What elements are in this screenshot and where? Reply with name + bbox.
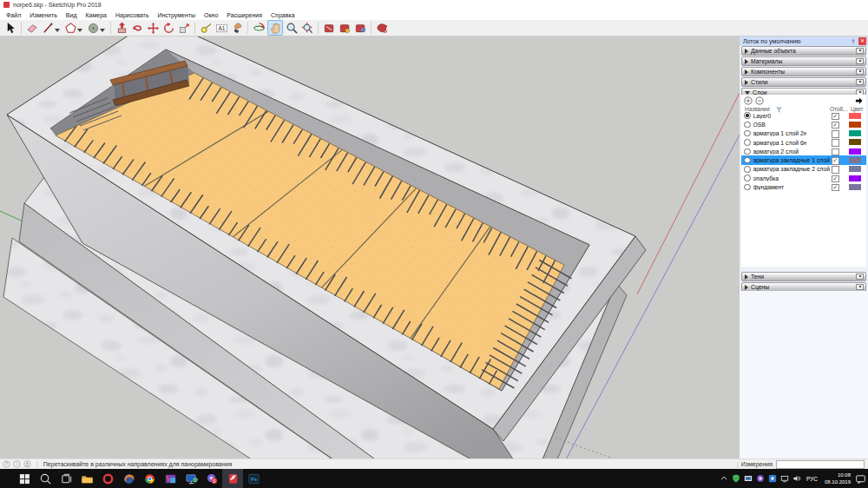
layer-color-swatch[interactable] <box>849 122 861 128</box>
tool-orbit[interactable] <box>252 21 266 35</box>
layer-row-2[interactable]: арматура 1 слой 2н <box>741 129 866 138</box>
dropdown-caret-icon[interactable] <box>77 29 82 32</box>
layer-color-swatch[interactable] <box>849 130 861 136</box>
layer-radio[interactable] <box>744 184 751 191</box>
layer-name[interactable]: арматура закладные 1 слой <box>753 157 830 163</box>
menu-8[interactable]: Справка <box>266 12 299 18</box>
section-bottom-0[interactable]: Тени <box>741 272 866 281</box>
tool-shapes[interactable] <box>63 21 77 35</box>
taskbar-media-app[interactable]: S <box>201 469 222 488</box>
section-detach-button[interactable] <box>856 284 864 290</box>
dropdown-caret-icon[interactable] <box>55 29 60 32</box>
layer-name[interactable]: арматура 1 слой 2н <box>753 130 807 136</box>
layer-name[interactable]: OSB <box>753 122 766 128</box>
taskbar-file-explorer[interactable] <box>76 469 97 488</box>
layer-row-1[interactable]: OSB ✓ <box>741 120 866 129</box>
taskbar-sketchup[interactable] <box>222 469 243 488</box>
layer-row-8[interactable]: фундамент ✓ <box>741 182 866 191</box>
pin-icon[interactable] <box>850 38 857 45</box>
menu-7[interactable]: Расширения <box>222 12 266 18</box>
tool-paint[interactable] <box>230 21 244 35</box>
layer-color-swatch[interactable] <box>849 139 861 145</box>
user-icon[interactable] <box>23 460 31 468</box>
taskbar-firefox[interactable] <box>118 469 139 488</box>
section-detach-button[interactable] <box>856 79 864 85</box>
layer-color-swatch[interactable] <box>849 148 861 155</box>
layer-radio[interactable] <box>744 148 751 155</box>
menu-6[interactable]: Окно <box>200 12 222 18</box>
tray-expand-icon[interactable] <box>719 473 729 484</box>
layer-row-3[interactable]: арматура 1 слой 6н <box>741 138 866 147</box>
layer-visible-checkbox[interactable]: ✓ <box>832 184 839 192</box>
tool-move[interactable] <box>146 21 160 35</box>
tool-zoomext[interactable] <box>300 21 314 35</box>
layer-name[interactable]: арматура 1 слой 6н <box>753 140 807 146</box>
layer-visible-checkbox[interactable] <box>832 166 839 174</box>
layer-visible-checkbox[interactable]: ✓ <box>832 113 839 121</box>
layer-color-swatch[interactable] <box>849 157 861 163</box>
layer-row-4[interactable]: арматура 2 слой <box>741 147 866 155</box>
layer-color-swatch[interactable] <box>849 175 861 181</box>
menu-5[interactable]: Инструменты <box>153 12 200 18</box>
layer-color-swatch[interactable] <box>849 184 861 190</box>
section-0[interactable]: Данные объекта <box>741 46 866 56</box>
add-layer-button[interactable] <box>744 96 753 105</box>
section-detach-button[interactable] <box>856 58 864 64</box>
violet-app-icon[interactable] <box>755 473 766 484</box>
layer-row-7[interactable]: опалубка ✓ <box>741 174 866 182</box>
layer-visible-checkbox[interactable]: ✓ <box>832 157 839 165</box>
language-indicator[interactable]: РУС <box>804 476 820 482</box>
menu-3[interactable]: Камера <box>81 12 110 18</box>
clock[interactable]: 10:0808.10.2019 <box>822 472 853 485</box>
menu-0[interactable]: Файл <box>2 12 25 18</box>
tool-sectionlast[interactable] <box>375 21 389 35</box>
tool-text[interactable]: A1 <box>214 21 228 35</box>
tool-select[interactable] <box>3 21 17 35</box>
section-3[interactable]: Стили <box>741 77 866 87</box>
layer-radio[interactable] <box>744 139 751 146</box>
section-1[interactable]: Материалы <box>741 56 866 66</box>
layer-color-swatch[interactable] <box>849 113 861 119</box>
layer-name[interactable]: фундамент <box>753 184 785 190</box>
tool-zoom[interactable] <box>285 21 299 35</box>
section-detach-button[interactable] <box>856 274 864 280</box>
taskbar-windows-start[interactable] <box>14 469 35 488</box>
taskbar-search[interactable] <box>35 469 56 488</box>
close-tray-button[interactable]: ✕ <box>858 37 866 45</box>
tool-pan[interactable] <box>267 20 283 36</box>
menu-1[interactable]: Изменить <box>25 12 62 18</box>
layer-visible-checkbox[interactable] <box>832 130 839 138</box>
layer-radio[interactable] <box>744 122 751 129</box>
dropdown-caret-icon[interactable] <box>100 29 105 32</box>
tool-rotate[interactable] <box>161 21 175 35</box>
tool-sectiondisplay[interactable] <box>353 21 367 35</box>
notifications-icon[interactable] <box>855 473 866 485</box>
layer-radio[interactable] <box>744 130 751 137</box>
tool-circle[interactable] <box>86 21 100 35</box>
taskbar-windows-app[interactable] <box>160 469 181 488</box>
taskbar-chrome[interactable] <box>139 469 160 488</box>
taskbar-photoshop[interactable]: Ps <box>243 469 264 488</box>
section-2[interactable]: Компоненты <box>741 67 866 76</box>
layer-name[interactable]: арматура закладные 2 слой <box>753 166 830 172</box>
tool-scale[interactable] <box>177 21 191 35</box>
tool-pushpull[interactable] <box>115 21 128 35</box>
layer-name[interactable]: Layer0 <box>753 113 772 119</box>
info-icon[interactable]: i <box>13 460 21 468</box>
section-detach-button[interactable] <box>856 69 864 75</box>
taskbar-pc-security[interactable] <box>181 469 201 488</box>
menu-4[interactable]: Нарисовать <box>111 12 153 18</box>
layer-color-swatch[interactable] <box>849 166 861 172</box>
layer-row-5[interactable]: арматура закладные 1 слой ✓ <box>741 155 866 164</box>
network-icon[interactable] <box>779 473 790 484</box>
remove-layer-button[interactable] <box>755 96 764 105</box>
tool-tape[interactable] <box>199 21 213 35</box>
layer-row-0[interactable]: Layer0 ✓ <box>741 111 866 120</box>
layer-radio[interactable] <box>744 175 751 181</box>
layer-row-6[interactable]: арматура закладные 2 слой <box>741 165 866 174</box>
measurements-input[interactable] <box>776 460 865 469</box>
tool-eraser[interactable] <box>25 21 39 35</box>
taskbar-opera[interactable] <box>97 469 118 488</box>
help-icon[interactable]: ? <box>3 460 10 468</box>
volume-icon[interactable] <box>792 473 802 484</box>
